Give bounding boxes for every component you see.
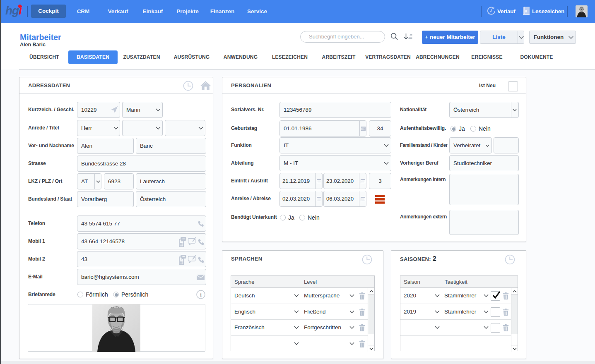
svg-text:i: i [200,292,202,298]
